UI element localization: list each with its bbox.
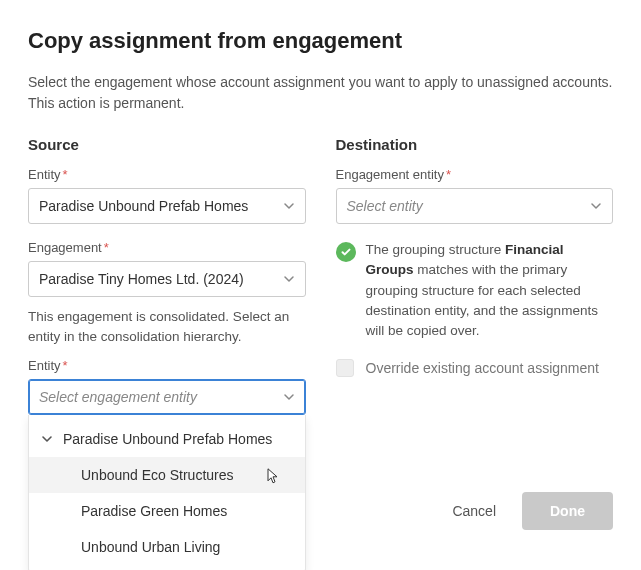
dialog-footer: Cancel Done	[336, 492, 614, 530]
done-button[interactable]: Done	[522, 492, 613, 530]
destination-column: Destination Engagement entity* Select en…	[336, 136, 614, 570]
destination-heading: Destination	[336, 136, 614, 153]
source-entity-select[interactable]: Paradise Unbound Prefab Homes	[28, 188, 306, 224]
required-marker: *	[63, 167, 68, 182]
source-engagement-label: Engagement*	[28, 240, 306, 255]
override-row: Override existing account assignment	[336, 359, 614, 377]
hierarchy-entity-placeholder: Select engagement entity	[39, 389, 197, 405]
tree-child-item[interactable]: Unbound Eco Structures	[29, 457, 305, 493]
tree-parent-label: Paradise Unbound Prefab Homes	[63, 431, 272, 447]
chevron-down-icon	[283, 273, 295, 285]
two-column-layout: Source Entity* Paradise Unbound Prefab H…	[28, 136, 613, 570]
check-circle-icon	[336, 242, 356, 262]
tree-child-item[interactable]: Paradise Green Homes	[29, 493, 305, 529]
hierarchy-entity-select[interactable]: Select engagement entity	[28, 379, 306, 415]
grouping-match-text: The grouping structure Financial Groups …	[366, 240, 614, 341]
source-engagement-select[interactable]: Paradise Tiny Homes Ltd. (2024)	[28, 261, 306, 297]
destination-entity-placeholder: Select entity	[347, 198, 423, 214]
chevron-down-icon	[283, 200, 295, 212]
chevron-down-icon	[41, 433, 53, 445]
source-entity-label: Entity*	[28, 167, 306, 182]
intro-text: Select the engagement whose account assi…	[28, 72, 613, 114]
tree-child-label: Unbound Urban Living	[81, 539, 220, 555]
source-heading: Source	[28, 136, 306, 153]
tree-child-label: Paradise Green Homes	[81, 503, 227, 519]
hierarchy-entity-label: Entity*	[28, 358, 306, 373]
source-entity-value: Paradise Unbound Prefab Homes	[39, 198, 248, 214]
destination-entity-label: Engagement entity*	[336, 167, 614, 182]
source-engagement-value: Paradise Tiny Homes Ltd. (2024)	[39, 271, 244, 287]
entity-tree-dropdown: Paradise Unbound Prefab Homes Unbound Ec…	[28, 415, 306, 571]
override-checkbox[interactable]	[336, 359, 354, 377]
tree-child-label: Unbound Eco Structures	[81, 467, 234, 483]
cancel-button[interactable]: Cancel	[446, 495, 502, 527]
chevron-down-icon	[283, 391, 295, 403]
required-marker: *	[104, 240, 109, 255]
override-label: Override existing account assignment	[366, 360, 599, 376]
consolidated-helper-text: This engagement is consolidated. Select …	[28, 307, 306, 348]
page-title: Copy assignment from engagement	[28, 28, 613, 54]
tree-child-item[interactable]: Unbound Urban Living	[29, 529, 305, 565]
required-marker: *	[446, 167, 451, 182]
chevron-down-icon	[590, 200, 602, 212]
destination-entity-select[interactable]: Select entity	[336, 188, 614, 224]
source-column: Source Entity* Paradise Unbound Prefab H…	[28, 136, 306, 570]
required-marker: *	[63, 358, 68, 373]
grouping-match-status: The grouping structure Financial Groups …	[336, 240, 614, 341]
tree-parent-item[interactable]: Paradise Unbound Prefab Homes	[29, 421, 305, 457]
cursor-icon	[265, 467, 279, 485]
